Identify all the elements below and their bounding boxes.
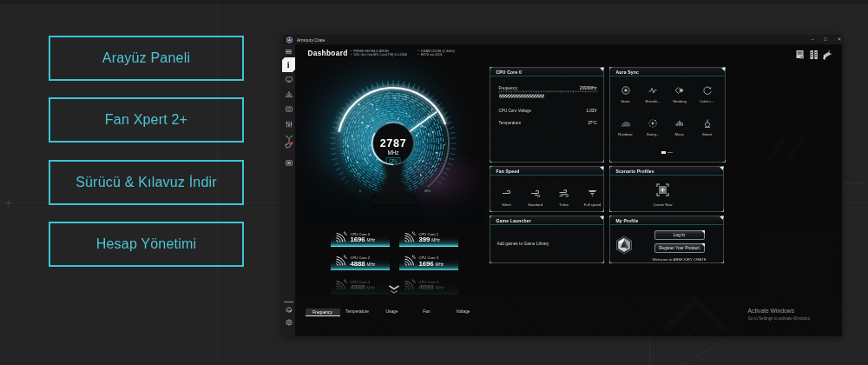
svg-text:MHz: MHz	[424, 189, 431, 193]
svg-text:MHz: MHz	[387, 149, 398, 156]
svg-text:0: 0	[359, 189, 361, 193]
svg-text:CPU: CPU	[389, 158, 398, 163]
svg-text:2787: 2787	[379, 136, 406, 149]
